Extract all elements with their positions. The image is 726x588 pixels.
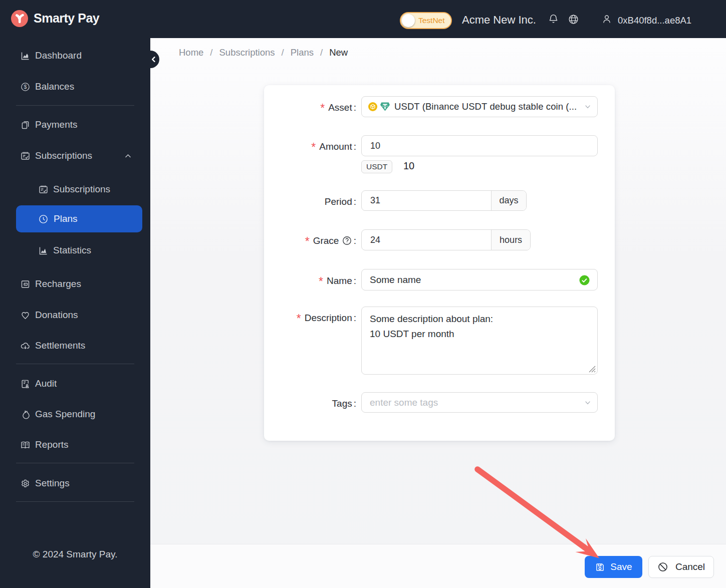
svg-text:$: $ [24,84,27,90]
